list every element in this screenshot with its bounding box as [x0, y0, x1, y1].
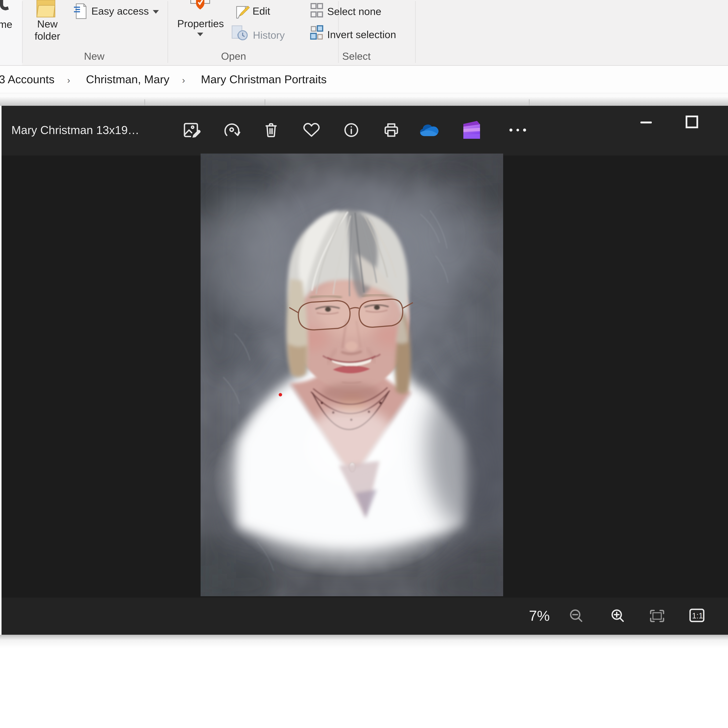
- svg-text:1:1: 1:1: [692, 611, 703, 620]
- svg-text:7%: 7%: [529, 608, 550, 624]
